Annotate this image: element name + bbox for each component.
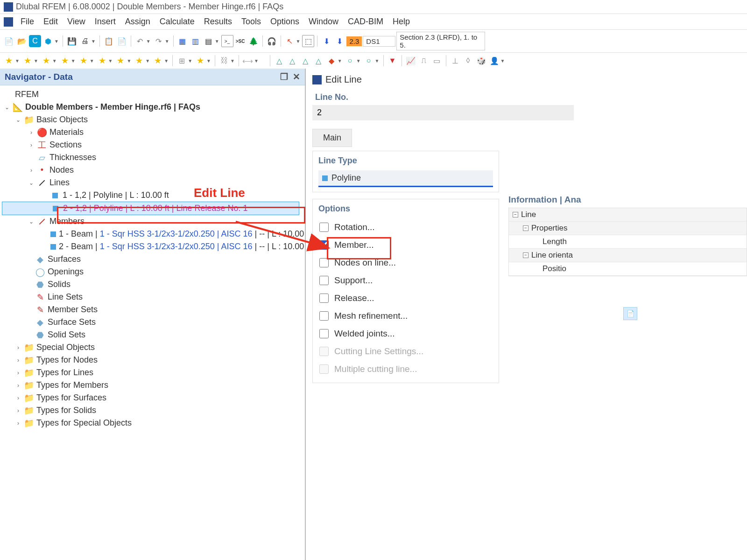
menu-insert[interactable]: Insert (91, 16, 120, 28)
tree-thicknesses[interactable]: Thicknesses (49, 153, 96, 162)
expand-icon[interactable]: › (28, 142, 35, 148)
opt-release-checkbox[interactable] (319, 294, 329, 303)
col-icon[interactable]: ⎍ (418, 55, 430, 67)
star-line-icon[interactable]: ★ (40, 55, 52, 67)
tree-basic-objects[interactable]: Basic Objects (36, 115, 88, 125)
beam-icon[interactable]: ⊥ (449, 55, 461, 67)
star-opening-icon[interactable]: ★ (133, 55, 145, 67)
expand-icon[interactable]: › (15, 370, 21, 376)
new-icon[interactable]: 📄 (3, 35, 15, 47)
dropdown-icon[interactable]: ▼ (146, 39, 151, 44)
tree-lines[interactable]: Lines (49, 178, 70, 188)
dropdown-icon[interactable]: ▼ (91, 39, 96, 44)
member-edit-icon[interactable]: 📄 (623, 307, 637, 320)
select-icon[interactable]: ⬚ (302, 35, 314, 47)
loads-icon[interactable]: ⬇ (320, 35, 332, 47)
tab-main[interactable]: Main (312, 129, 352, 147)
tree-member-2[interactable]: 2 - Beam | 1 - Sqr HSS 3-1/2x3-1/2x0.250… (59, 242, 305, 252)
menu-assign[interactable]: Assign (121, 16, 154, 28)
menu-cadbim[interactable]: CAD-BIM (344, 16, 387, 28)
menu-options[interactable]: Options (267, 16, 303, 28)
menu-help[interactable]: Help (389, 16, 414, 28)
panel-icon[interactable]: ▤ (203, 35, 215, 47)
tree-line-sets[interactable]: Line Sets (48, 292, 83, 302)
tree-types-solids[interactable]: Types for Solids (36, 406, 96, 415)
support5-icon[interactable]: ◆ (325, 55, 338, 67)
opt-member-checkbox[interactable] (319, 240, 329, 250)
expand-icon[interactable]: › (15, 344, 21, 351)
opt-welded-checkbox[interactable] (319, 329, 329, 338)
tree-member-sets[interactable]: Member Sets (48, 305, 98, 315)
filter-icon[interactable]: ▼ (387, 55, 399, 67)
expand-icon[interactable]: › (15, 395, 21, 401)
tree-project[interactable]: Double Members - Member Hinge.rf6 | FAQs (25, 102, 200, 112)
table2-icon[interactable]: ▥ (190, 35, 202, 47)
doc-icon[interactable]: 📋 (103, 35, 115, 47)
collapse-icon[interactable]: ⌄ (4, 104, 10, 111)
menu-results[interactable]: Results (200, 16, 236, 28)
tree-types-members[interactable]: Types for Members (36, 380, 108, 390)
table-icon[interactable]: ▦ (176, 35, 189, 47)
menu-tools[interactable]: Tools (238, 16, 265, 28)
tree-line-1[interactable]: 1 - 1,2 | Polyline | L : 10.00 ft (63, 190, 169, 200)
opt-rotation-checkbox[interactable] (319, 223, 329, 232)
collapse-icon[interactable]: − (523, 225, 529, 231)
dim-icon[interactable]: ⟷ (242, 55, 254, 67)
tree-types-nodes[interactable]: Types for Nodes (36, 355, 98, 365)
expand-icon[interactable]: › (15, 382, 21, 389)
cloud-icon[interactable]: C (29, 35, 41, 47)
frame-icon[interactable]: ▭ (431, 55, 443, 67)
tree-root[interactable]: RFEM (15, 90, 39, 99)
slab-icon[interactable]: ◊ (462, 55, 474, 67)
tree-special-objects[interactable]: Special Objects (36, 343, 95, 352)
tree-types-special[interactable]: Types for Special Objects (36, 418, 132, 428)
redo-icon[interactable]: ↷ (153, 35, 165, 47)
menu-calculate[interactable]: Calculate (156, 16, 198, 28)
support3-icon[interactable]: △ (299, 55, 311, 67)
collapse-icon[interactable]: − (523, 252, 529, 258)
loads2-icon[interactable]: ⬇ (333, 35, 345, 47)
navigator-tree[interactable]: RFEM ⌄📐Double Members - Member Hinge.rf6… (0, 85, 305, 560)
star-curve-icon[interactable]: ★ (59, 55, 71, 67)
support4-icon[interactable]: △ (312, 55, 324, 67)
tree-solid-sets[interactable]: Solid Sets (48, 330, 85, 340)
print-icon[interactable]: 🖨 (79, 35, 91, 47)
collapse-icon[interactable]: ⌄ (28, 180, 35, 186)
star-node-icon[interactable]: ★ (21, 55, 34, 67)
close-icon[interactable]: ✕ (293, 71, 300, 82)
star-solid-icon[interactable]: ★ (114, 55, 127, 67)
opt-support-checkbox[interactable] (319, 276, 329, 285)
star-surface-icon[interactable]: ★ (96, 55, 108, 67)
undo-icon[interactable]: ↶ (134, 35, 146, 47)
tree-openings[interactable]: Openings (48, 267, 84, 277)
support-icon[interactable]: △ (273, 55, 285, 67)
dropdown-icon[interactable]: ▼ (54, 39, 59, 44)
chain-icon[interactable]: ⛓ (218, 55, 230, 67)
opt-nodes-checkbox[interactable] (319, 258, 329, 267)
cmd-icon[interactable]: >_ (221, 35, 233, 47)
star-box-icon[interactable]: ★ (194, 55, 206, 67)
menu-file[interactable]: File (17, 16, 38, 28)
save-icon[interactable]: 💾 (66, 35, 78, 47)
expand-icon[interactable]: › (28, 167, 35, 174)
star-member-icon[interactable]: ★ (78, 55, 90, 67)
tree-surface-sets[interactable]: Surface Sets (48, 317, 96, 327)
menu-edit[interactable]: Edit (40, 16, 62, 28)
doc2-icon[interactable]: 📄 (116, 35, 128, 47)
tree-icon[interactable]: 🌲 (247, 35, 260, 47)
expand-icon[interactable]: › (15, 357, 21, 364)
collapse-icon[interactable]: ⌄ (15, 117, 21, 123)
grid-icon[interactable]: ⊞ (176, 55, 188, 67)
tree-surfaces[interactable]: Surfaces (48, 254, 81, 264)
design-combo[interactable]: DS1 (363, 36, 395, 47)
dropdown-icon[interactable]: ▼ (296, 39, 301, 44)
menu-view[interactable]: View (63, 16, 89, 28)
expand-icon[interactable]: › (15, 420, 21, 427)
dice-icon[interactable]: 🎲 (475, 55, 487, 67)
tree-line-2[interactable]: 2 - 1,2 | Polyline | L : 10.00 ft | Line… (63, 203, 248, 213)
tree-nodes[interactable]: Nodes (49, 165, 74, 175)
graph-icon[interactable]: 📈 (405, 55, 417, 67)
tree-types-surfaces[interactable]: Types for Surfaces (36, 393, 106, 403)
dropdown-icon[interactable]: ▼ (165, 39, 169, 44)
tree-members[interactable]: Members (49, 217, 85, 226)
